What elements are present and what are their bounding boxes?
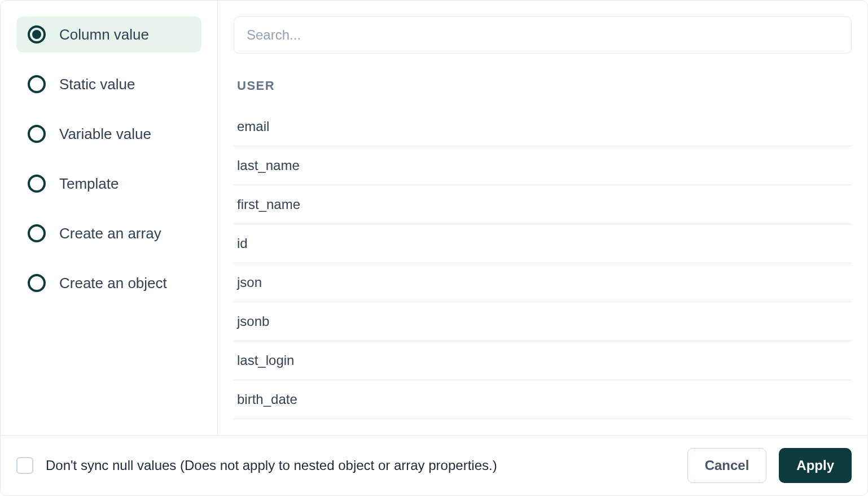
column-picker-content: USER email last_name first_name id json … bbox=[218, 1, 867, 435]
column-group-label: USER bbox=[234, 79, 852, 93]
column-list: email last_name first_name id json jsonb… bbox=[234, 107, 852, 435]
dont-sync-null-label: Don't sync null values (Does not apply t… bbox=[46, 458, 675, 473]
column-item-id[interactable]: id bbox=[234, 224, 852, 263]
radio-icon bbox=[28, 224, 46, 242]
radio-label: Variable value bbox=[59, 125, 151, 143]
footer-bar: Don't sync null values (Does not apply t… bbox=[1, 435, 867, 495]
radio-option-template[interactable]: Template bbox=[16, 166, 201, 202]
apply-button[interactable]: Apply bbox=[779, 448, 852, 483]
radio-option-create-array[interactable]: Create an array bbox=[16, 215, 201, 251]
main-area: Column value Static value Variable value… bbox=[1, 1, 867, 435]
dont-sync-null-checkbox[interactable] bbox=[16, 457, 33, 474]
radio-option-column-value[interactable]: Column value bbox=[16, 16, 201, 53]
radio-option-create-object[interactable]: Create an object bbox=[16, 265, 201, 301]
radio-icon bbox=[28, 125, 46, 143]
radio-label: Create an array bbox=[59, 225, 161, 242]
radio-label: Template bbox=[59, 175, 119, 193]
search-input[interactable] bbox=[234, 16, 852, 54]
radio-icon bbox=[28, 175, 46, 193]
radio-option-static-value[interactable]: Static value bbox=[16, 66, 201, 102]
radio-label: Column value bbox=[59, 26, 149, 43]
column-item-last-name[interactable]: last_name bbox=[234, 146, 852, 185]
radio-icon bbox=[28, 25, 46, 43]
radio-icon bbox=[28, 75, 46, 93]
cancel-button[interactable]: Cancel bbox=[687, 448, 767, 483]
column-item-birth-date[interactable]: birth_date bbox=[234, 380, 852, 419]
column-item-last-login[interactable]: last_login bbox=[234, 341, 852, 380]
value-picker-panel: Column value Static value Variable value… bbox=[0, 0, 868, 496]
radio-label: Static value bbox=[59, 76, 135, 93]
radio-label: Create an object bbox=[59, 275, 167, 292]
column-item-json[interactable]: json bbox=[234, 263, 852, 302]
column-item-first-name[interactable]: first_name bbox=[234, 185, 852, 224]
radio-option-variable-value[interactable]: Variable value bbox=[16, 116, 201, 152]
radio-icon bbox=[28, 274, 46, 292]
value-type-sidebar: Column value Static value Variable value… bbox=[1, 1, 218, 435]
column-item-email[interactable]: email bbox=[234, 107, 852, 146]
column-item-jsonb[interactable]: jsonb bbox=[234, 302, 852, 341]
